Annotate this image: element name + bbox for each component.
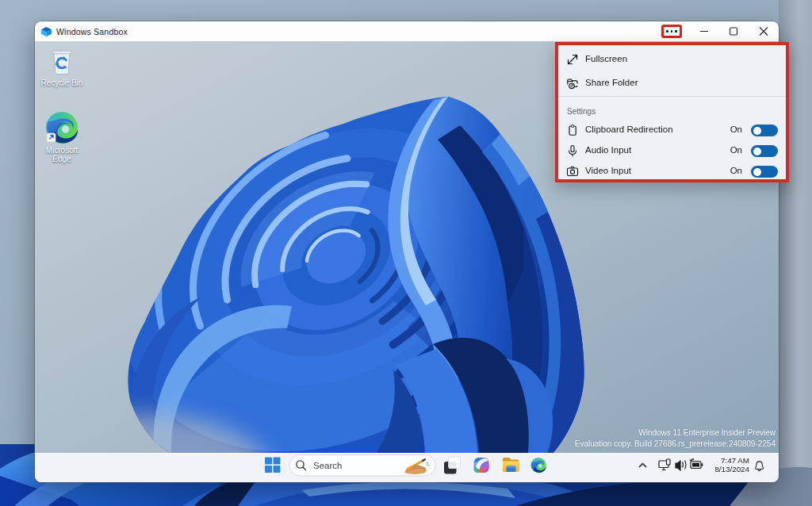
svg-text:Search: Search — [313, 461, 342, 470]
